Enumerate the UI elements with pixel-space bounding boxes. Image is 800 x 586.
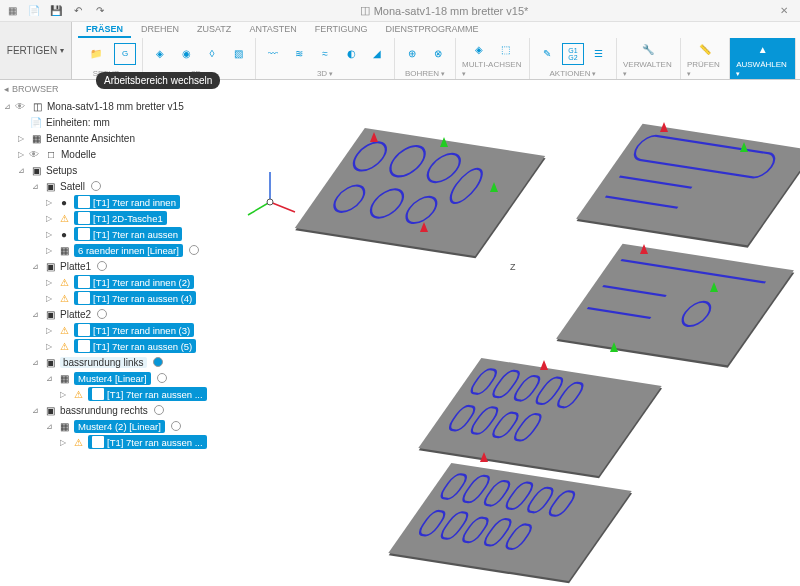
3d-op1-icon[interactable]: 〰: [262, 43, 284, 65]
op-row[interactable]: ▷▦6 raender innen [Linear]: [4, 242, 240, 258]
browser-panel-header[interactable]: ◂ BROWSER: [4, 84, 59, 94]
tab-fraesen[interactable]: FRÄSEN: [78, 22, 131, 38]
group-verwalten: 🔧 VERWALTEN: [617, 38, 681, 79]
select-icon[interactable]: ▲: [752, 38, 774, 60]
tab-fertigung[interactable]: FERTIGUNG: [307, 22, 376, 38]
drill-icon[interactable]: ⊕: [401, 43, 423, 65]
action1-icon[interactable]: ✎: [536, 43, 558, 65]
folder-icon[interactable]: 📁: [82, 40, 110, 68]
document-title: ◫ Mona-satv1-18 mm bretter v15*: [108, 4, 780, 17]
drill2-icon[interactable]: ⊗: [427, 43, 449, 65]
action3-icon[interactable]: ☰: [588, 43, 610, 65]
setup-platte2[interactable]: ⊿▣Platte2: [4, 306, 240, 322]
2d-op3-icon[interactable]: ◊: [201, 43, 223, 65]
tab-antasten[interactable]: ANTASTEN: [241, 22, 304, 38]
setup-bassrundung-links[interactable]: ⊿▣bassrundung links: [4, 354, 240, 370]
workspace-tooltip: Arbeitsbereich wechseln: [96, 72, 220, 89]
inspect-icon[interactable]: 📏: [694, 38, 716, 60]
op-row[interactable]: ▷●[T1] 7ter ran aussen: [4, 226, 240, 242]
file-icon[interactable]: 📄: [26, 3, 42, 19]
group-3d: 〰 ≋ ≈ ◐ ◢ 3D: [256, 38, 395, 79]
op-row[interactable]: ▷⚠[T1] 7ter rand innen (2): [4, 274, 240, 290]
2d-op1-icon[interactable]: ◈: [149, 43, 171, 65]
chevron-left-icon[interactable]: ◂: [4, 84, 9, 94]
3d-op5-icon[interactable]: ◢: [366, 43, 388, 65]
tree-setups[interactable]: ⊿▣Setups: [4, 162, 240, 178]
svg-point-3: [267, 199, 273, 205]
multi1-icon[interactable]: ◈: [468, 38, 490, 60]
op-row[interactable]: ▷⚠[T1] 7ter ran aussen ...: [4, 386, 240, 402]
workspace-selector[interactable]: FERTIGEN: [0, 22, 72, 79]
op-row[interactable]: ⊿▦Muster4 (2) [Linear]: [4, 418, 240, 434]
undo-icon[interactable]: ↶: [70, 3, 86, 19]
3d-op4-icon[interactable]: ◐: [340, 43, 362, 65]
tab-dienstprogramme[interactable]: DIENSTPROGRAMME: [378, 22, 487, 38]
browser-tree: ⊿👁◫Mona-satv1-18 mm bretter v15 📄Einheit…: [4, 98, 240, 450]
op-row[interactable]: ▷⚠[T1] 7ter ran aussen (4): [4, 290, 240, 306]
setup-satell[interactable]: ⊿▣Satell: [4, 178, 240, 194]
redo-icon[interactable]: ↷: [92, 3, 108, 19]
3d-op3-icon[interactable]: ≈: [314, 43, 336, 65]
op-row[interactable]: ⊿▦Muster4 [Linear]: [4, 370, 240, 386]
close-button[interactable]: ✕: [780, 5, 796, 16]
op-row[interactable]: ▷⚠[T1] 7ter rand innen (3): [4, 322, 240, 338]
svg-line-1: [270, 202, 295, 212]
cube-icon: ◫: [360, 4, 370, 17]
group-bohren: ⊕ ⊗ BOHREN: [395, 38, 456, 79]
tab-drehen[interactable]: DREHEN: [133, 22, 187, 38]
tree-units[interactable]: 📄Einheiten: mm: [4, 114, 240, 130]
tree-models[interactable]: ▷👁□Modelle: [4, 146, 240, 162]
save-icon[interactable]: 💾: [48, 3, 64, 19]
group-aktionen: ✎ G1G2 ☰ AKTIONEN: [530, 38, 617, 79]
title-bar: ▦ 📄 💾 ↶ ↷ ◫ Mona-satv1-18 mm bretter v15…: [0, 0, 800, 22]
3d-viewport[interactable]: Z: [240, 82, 800, 586]
2d-op4-icon[interactable]: ▧: [227, 43, 249, 65]
manage-icon[interactable]: 🔧: [637, 38, 659, 60]
3d-op2-icon[interactable]: ≋: [288, 43, 310, 65]
op-row[interactable]: ▷⚠[T1] 7ter ran aussen ...: [4, 434, 240, 450]
2d-op2-icon[interactable]: ◉: [175, 43, 197, 65]
axis-label-z: Z: [510, 262, 516, 272]
action2-icon[interactable]: G1G2: [562, 43, 584, 65]
group-pruefen: 📏 PRÜFEN: [681, 38, 730, 79]
setup-bassrundung-rechts[interactable]: ⊿▣bassrundung rechts: [4, 402, 240, 418]
group-auswaehlen: ▲ AUSWÄHLEN: [730, 38, 796, 79]
tree-named-views[interactable]: ▷▦Benannte Ansichten: [4, 130, 240, 146]
app-menu-icon[interactable]: ▦: [4, 3, 20, 19]
tree-root[interactable]: ⊿👁◫Mona-satv1-18 mm bretter v15: [4, 98, 240, 114]
group-multiachsen: ◈ ⬚ MULTI-ACHSEN: [456, 38, 530, 79]
op-row[interactable]: ▷⚠[T1] 2D-Tasche1: [4, 210, 240, 226]
multi2-icon[interactable]: ⬚: [494, 38, 516, 60]
op-row[interactable]: ▷●[T1] 7ter rand innen: [4, 194, 240, 210]
tab-zusatz[interactable]: ZUSATZ: [189, 22, 239, 38]
op-row[interactable]: ▷⚠[T1] 7ter ran aussen (5): [4, 338, 240, 354]
svg-line-2: [248, 202, 270, 215]
ribbon-tabs: FRÄSEN DREHEN ZUSATZ ANTASTEN FERTIGUNG …: [72, 22, 800, 38]
gcode-icon[interactable]: G: [114, 43, 136, 65]
setup-platte1[interactable]: ⊿▣Platte1: [4, 258, 240, 274]
